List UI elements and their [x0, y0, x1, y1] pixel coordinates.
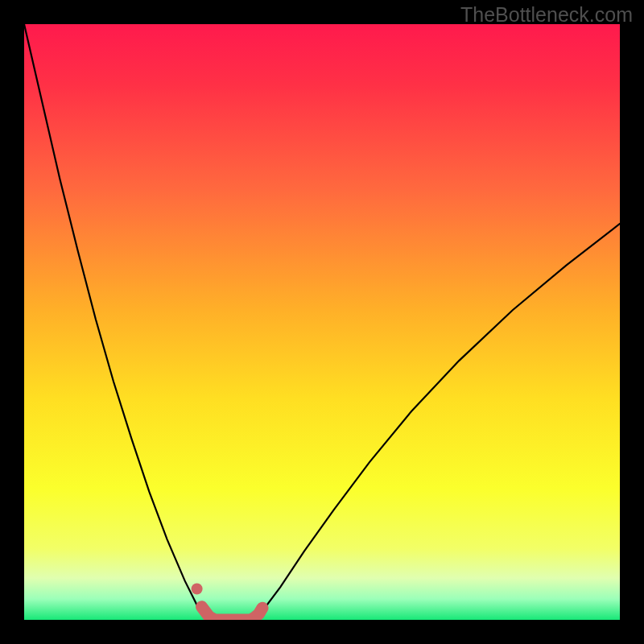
- bottleneck-plot: [24, 24, 620, 620]
- chart-frame: TheBottleneck.com: [0, 0, 644, 644]
- valley-isolated-dot: [192, 584, 203, 595]
- gradient-background: [24, 24, 620, 620]
- watermark-text: TheBottleneck.com: [460, 3, 633, 27]
